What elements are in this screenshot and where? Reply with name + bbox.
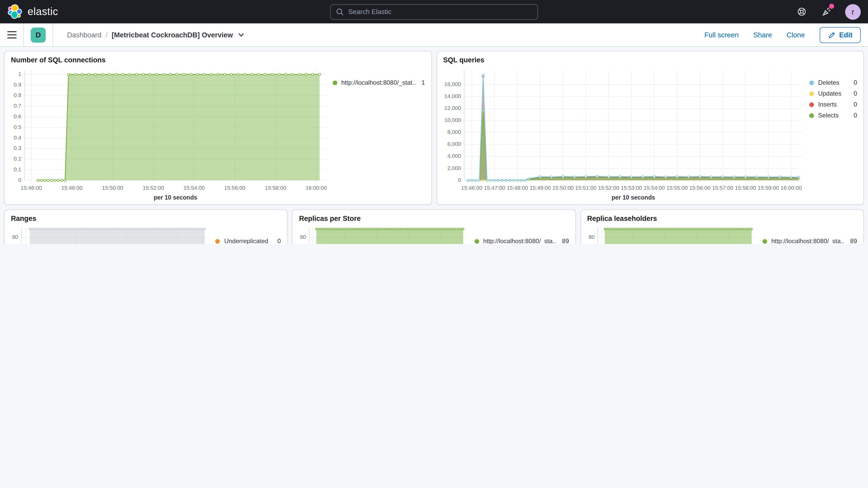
legend-item[interactable]: Underreplicated0 <box>215 238 281 244</box>
panel-replica-leaseholders: Replica leaseholders 15:46:0015:49:0015:… <box>580 209 864 244</box>
toolbar-actions: Full screen Share Clone Edit <box>704 27 861 43</box>
chart-legend: Deletes0Updates0Inserts0Selects0 <box>808 64 863 204</box>
legend-series-label: http://localhost:8080/_stat... <box>341 80 415 86</box>
svg-text:15:49:00: 15:49:00 <box>529 185 551 191</box>
user-avatar[interactable]: r <box>845 4 861 20</box>
svg-text:80: 80 <box>588 234 594 240</box>
share-button[interactable]: Share <box>753 31 772 39</box>
breadcrumb: Dashboard / [Metricbeat CockroachDB] Ove… <box>67 31 244 39</box>
svg-text:0.2: 0.2 <box>14 156 21 162</box>
svg-text:15:58:00: 15:58:00 <box>265 185 286 191</box>
legend-series-value: 89 <box>844 238 857 244</box>
legend-series-value: 0 <box>847 101 857 108</box>
elastic-brand[interactable]: elastic <box>7 3 225 20</box>
ranges-chart[interactable]: 15:46:0015:48:0015:50:0015:52:0015:54:00… <box>5 222 214 244</box>
svg-text:15:52:00: 15:52:00 <box>143 185 164 191</box>
svg-text:2,000: 2,000 <box>447 165 461 171</box>
svg-text:10,000: 10,000 <box>444 117 461 123</box>
divider <box>53 23 53 47</box>
legend-series-dot <box>809 81 814 85</box>
panel-sql-queries: SQL queries 15:46:0015:47:0015:48:0015:4… <box>436 51 864 205</box>
legend-series-value: 0 <box>847 112 857 119</box>
legend-item[interactable]: http://localhost:8080/_sta...89 <box>763 238 857 244</box>
sql-queries-chart[interactable]: 15:46:0015:47:0015:48:0015:49:0015:50:00… <box>437 64 808 204</box>
legend-series-dot <box>215 239 220 244</box>
svg-text:8,000: 8,000 <box>447 129 461 135</box>
header-right-controls: r <box>643 4 861 20</box>
replicas-per-store-chart[interactable]: 15:46:0015:49:0015:52:0015:55:0015:58:00… <box>293 222 473 244</box>
panel-ranges: Ranges 15:46:0015:48:0015:50:0015:52:001… <box>4 209 288 244</box>
replica-leaseholders-chart[interactable]: 15:46:0015:49:0015:52:0015:55:0015:58:00… <box>581 222 762 244</box>
svg-text:12,000: 12,000 <box>444 105 461 111</box>
panel-replicas-per-store: Replicas per Store 15:46:0015:49:0015:52… <box>292 209 576 244</box>
clone-button[interactable]: Clone <box>786 31 805 39</box>
svg-text:16:00:00: 16:00:00 <box>780 185 802 191</box>
svg-text:0.7: 0.7 <box>14 103 21 109</box>
svg-text:1: 1 <box>18 71 21 77</box>
svg-text:15:54:00: 15:54:00 <box>644 185 665 191</box>
svg-text:15:47:00: 15:47:00 <box>484 185 505 191</box>
svg-text:70: 70 <box>588 243 594 244</box>
svg-text:15:59:00: 15:59:00 <box>757 185 779 191</box>
svg-text:15:55:00: 15:55:00 <box>666 185 687 191</box>
panel-title: SQL queries <box>437 52 863 64</box>
legend-item[interactable]: Updates0 <box>809 90 857 97</box>
help-icon[interactable] <box>795 5 808 18</box>
panel-title: Replicas per Store <box>293 210 576 222</box>
search-input[interactable]: Search Elastic <box>330 4 538 20</box>
legend-series-dot <box>809 113 814 118</box>
legend-series-label: http://localhost:8080/_sta... <box>771 238 844 244</box>
legend-series-label: Updates <box>818 90 841 97</box>
svg-text:15:54:00: 15:54:00 <box>184 185 205 191</box>
legend-series-value: 1 <box>415 80 425 86</box>
legend-item[interactable]: Inserts0 <box>809 101 857 108</box>
chart-legend: http://localhost:8080/_sta...89 <box>473 222 575 244</box>
space-switcher[interactable]: D <box>31 27 46 42</box>
chevron-down-icon[interactable] <box>238 32 244 37</box>
svg-text:0.1: 0.1 <box>14 166 21 172</box>
page-title: [Metricbeat CockroachDB] Overview <box>112 31 233 39</box>
breadcrumb-dashboard-link[interactable]: Dashboard <box>67 31 101 39</box>
panel-title: Number of SQL connections <box>5 52 431 64</box>
dashboard-toolbar: D Dashboard / [Metricbeat CockroachDB] O… <box>0 23 868 47</box>
svg-text:per 10 seconds: per 10 seconds <box>611 194 655 201</box>
svg-text:16:00:00: 16:00:00 <box>306 185 327 191</box>
svg-text:15:51:00: 15:51:00 <box>575 185 596 191</box>
elastic-logo-icon <box>7 3 23 20</box>
sql-connections-chart[interactable]: 15:46:0015:48:0015:50:0015:52:0015:54:00… <box>5 64 331 204</box>
pencil-icon <box>828 31 836 39</box>
svg-text:15:52:00: 15:52:00 <box>598 185 619 191</box>
chart-legend: http://localhost:8080/_stat...1 <box>331 64 431 204</box>
svg-text:70: 70 <box>12 243 18 244</box>
svg-text:15:50:00: 15:50:00 <box>102 185 123 191</box>
svg-text:15:48:00: 15:48:00 <box>506 185 528 191</box>
svg-text:16,000: 16,000 <box>444 81 461 87</box>
svg-text:0.9: 0.9 <box>14 82 21 88</box>
legend-series-dot <box>474 239 479 244</box>
chart-legend: http://localhost:8080/_sta...89 <box>762 222 863 244</box>
svg-text:0.6: 0.6 <box>14 113 21 119</box>
svg-text:0.5: 0.5 <box>14 124 21 130</box>
legend-series-dot <box>763 239 767 244</box>
full-screen-button[interactable]: Full screen <box>704 31 739 39</box>
svg-text:15:57:00: 15:57:00 <box>712 185 733 191</box>
svg-text:6,000: 6,000 <box>447 141 461 147</box>
svg-text:15:50:00: 15:50:00 <box>552 185 574 191</box>
dashboard-grid: Number of SQL connections 15:46:0015:48:… <box>0 47 868 244</box>
chart-legend: Underreplicated0Overreplicated0Unavailab… <box>214 222 287 244</box>
svg-text:0.4: 0.4 <box>14 134 22 141</box>
legend-item[interactable]: http://localhost:8080/_stat...1 <box>332 80 425 86</box>
svg-text:80: 80 <box>300 234 306 240</box>
legend-series-value: 0 <box>847 90 857 97</box>
panel-title: Replica leaseholders <box>581 210 863 222</box>
breadcrumb-separator: / <box>105 31 107 39</box>
menu-icon[interactable] <box>7 31 17 38</box>
svg-text:15:56:00: 15:56:00 <box>689 185 710 191</box>
legend-item[interactable]: Selects0 <box>809 112 857 119</box>
svg-text:14,000: 14,000 <box>444 93 461 99</box>
legend-item[interactable]: Deletes0 <box>809 80 857 86</box>
legend-item[interactable]: http://localhost:8080/_sta...89 <box>474 238 569 244</box>
news-feed-icon[interactable] <box>820 5 833 18</box>
edit-button[interactable]: Edit <box>819 27 861 43</box>
svg-text:15:46:00: 15:46:00 <box>461 185 482 191</box>
